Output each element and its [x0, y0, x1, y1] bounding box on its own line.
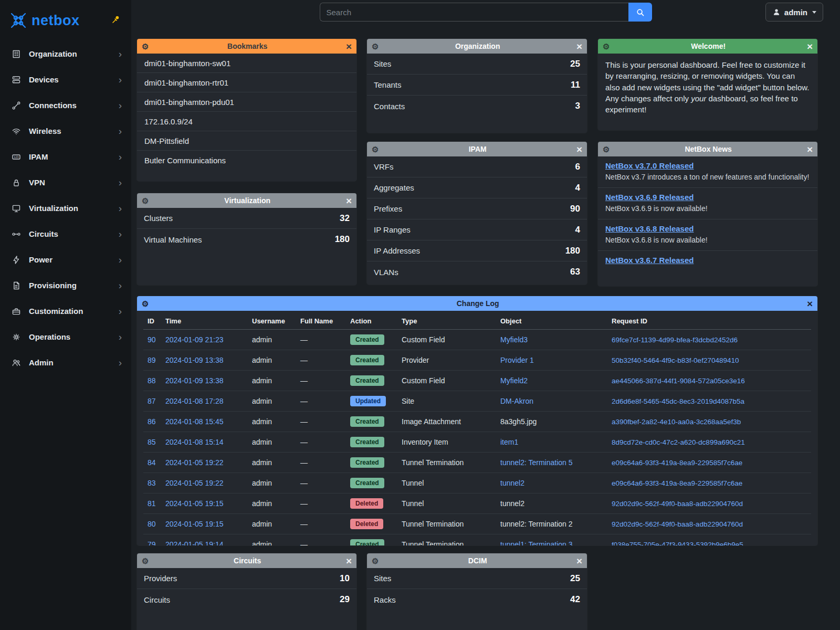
stat-count[interactable]: 180 [565, 246, 580, 256]
news-headline-link[interactable]: NetBox v3.6.8 Released [605, 224, 694, 233]
stat-count[interactable]: 6 [575, 162, 580, 172]
change-time-link[interactable]: 2024-01-08 15:45 [165, 417, 224, 426]
change-object-link[interactable]: item1 [500, 438, 518, 446]
request-id-link[interactable]: 2d6d6e8f-5465-45dc-8ec3-2019d4087b5a [612, 397, 744, 405]
change-id-link[interactable]: 86 [148, 417, 156, 426]
change-object-link[interactable]: tunnel2 [500, 479, 524, 487]
sidebar-item-virtualization[interactable]: Virtualization › [0, 195, 131, 221]
stat-count[interactable]: 90 [570, 204, 580, 214]
widget-config-icon[interactable]: ⚙ [142, 43, 149, 50]
change-time-link[interactable]: 2024-01-09 21:23 [165, 335, 224, 344]
widget-close-icon[interactable]: × [807, 41, 813, 51]
change-id-link[interactable]: 81 [148, 499, 156, 508]
request-id-link[interactable]: f038e755-705e-47f3-9433-5392b9e6b9e5 [612, 541, 743, 545]
bookmark-item[interactable]: dmi01-binghamton-sw01 [137, 54, 356, 73]
request-id-link[interactable]: e09c64a6-93f3-419a-8ea9-229585f7c6ae [612, 479, 742, 487]
change-object-link[interactable]: DM-Akron [500, 397, 533, 405]
change-object-link[interactable]: Provider 1 [500, 356, 534, 364]
sidebar-item-devices[interactable]: Devices › [0, 67, 131, 92]
change-time-link[interactable]: 2024-01-08 15:14 [165, 438, 224, 446]
bookmark-item[interactable]: dmi01-binghamton-rtr01 [137, 73, 356, 92]
stat-count[interactable]: 10 [340, 573, 350, 584]
widget-config-icon[interactable]: ⚙ [372, 145, 379, 153]
widget-close-icon[interactable]: × [576, 41, 582, 51]
change-id-link[interactable]: 89 [148, 356, 156, 364]
request-id-link[interactable]: 50b32f40-5464-4f9c-b83f-0ef270489410 [612, 356, 739, 364]
widget-close-icon[interactable]: × [346, 556, 352, 566]
widget-close-icon[interactable]: × [346, 41, 352, 51]
request-id-link[interactable]: 92d02d9c-562f-49f0-baa8-adb22904760d [612, 500, 743, 508]
change-id-link[interactable]: 80 [148, 520, 156, 528]
bookmark-item[interactable]: Butler Communications [137, 151, 356, 170]
stat-count[interactable]: 11 [571, 80, 580, 90]
change-time-link[interactable]: 2024-01-05 19:22 [165, 479, 224, 487]
stat-count[interactable]: 25 [570, 573, 580, 584]
change-id-link[interactable]: 90 [148, 335, 156, 344]
bookmark-item[interactable]: 172.16.0.9/24 [137, 112, 356, 131]
stat-count[interactable]: 63 [570, 267, 580, 277]
request-id-link[interactable]: a390fbef-2a82-4e10-aa0a-3c268aa5ef3b [612, 418, 741, 426]
stat-count[interactable]: 29 [340, 594, 350, 605]
change-time-link[interactable]: 2024-01-08 17:28 [165, 397, 224, 405]
request-id-link[interactable]: e09c64a6-93f3-419a-8ea9-229585f7c6ae [612, 459, 742, 467]
widget-config-icon[interactable]: ⚙ [142, 197, 149, 205]
user-menu-button[interactable]: admin [765, 3, 823, 22]
widget-close-icon[interactable]: × [576, 556, 582, 566]
widget-config-icon[interactable]: ⚙ [603, 43, 610, 50]
stat-count[interactable]: 180 [335, 234, 350, 245]
sidebar-item-operations[interactable]: Operations › [0, 324, 131, 350]
widget-config-icon[interactable]: ⚙ [142, 300, 149, 308]
stat-count[interactable]: 42 [570, 594, 580, 605]
change-id-link[interactable]: 79 [148, 540, 156, 545]
widget-close-icon[interactable]: × [346, 196, 352, 206]
request-id-link[interactable]: 69fce7cf-1139-4d99-bfea-f3dcbd2452d6 [612, 336, 738, 344]
stat-count[interactable]: 4 [575, 225, 580, 235]
widget-config-icon[interactable]: ⚙ [372, 557, 379, 565]
search-button[interactable] [628, 3, 652, 22]
stat-count[interactable]: 4 [575, 183, 580, 193]
sidebar-item-circuits[interactable]: Circuits › [0, 221, 131, 247]
sidebar-item-power[interactable]: Power › [0, 247, 131, 272]
change-object-link[interactable]: tunnel1: Termination 3 [500, 540, 573, 545]
change-time-link[interactable]: 2024-01-09 13:38 [165, 356, 224, 364]
sidebar-item-organization[interactable]: Organization › [0, 41, 131, 67]
change-time-link[interactable]: 2024-01-05 19:22 [165, 458, 224, 467]
request-id-link[interactable]: 8d9cd72e-cd0c-47c2-a620-dc899a690c21 [612, 438, 745, 446]
sidebar-item-connections[interactable]: Connections › [0, 92, 131, 118]
change-time-link[interactable]: 2024-01-05 19:15 [165, 520, 224, 528]
change-id-link[interactable]: 87 [148, 397, 156, 405]
widget-close-icon[interactable]: × [807, 299, 813, 309]
bookmark-item[interactable]: dmi01-binghamton-pdu01 [137, 92, 356, 112]
change-time-link[interactable]: 2024-01-05 19:14 [165, 540, 224, 545]
request-id-link[interactable]: 92d02d9c-562f-49f0-baa8-adb22904760d [612, 520, 743, 528]
widget-close-icon[interactable]: × [576, 144, 582, 154]
widget-config-icon[interactable]: ⚙ [603, 145, 610, 153]
stat-count[interactable]: 25 [570, 59, 580, 69]
news-headline-link[interactable]: NetBox v3.6.9 Released [605, 193, 694, 202]
change-id-link[interactable]: 88 [148, 376, 156, 385]
sidebar-item-admin[interactable]: Admin › [0, 350, 131, 375]
stat-count[interactable]: 32 [340, 213, 350, 224]
sidebar-item-wireless[interactable]: Wireless › [0, 118, 131, 144]
change-time-link[interactable]: 2024-01-05 19:15 [165, 499, 224, 508]
change-id-link[interactable]: 85 [148, 438, 156, 446]
news-headline-link[interactable]: NetBox v3.7.0 Released [605, 161, 694, 170]
widget-config-icon[interactable]: ⚙ [142, 557, 149, 565]
stat-count[interactable]: 3 [575, 101, 580, 111]
news-headline-link[interactable]: NetBox v3.6.7 Released [605, 256, 694, 265]
search-input[interactable] [320, 3, 628, 22]
change-time-link[interactable]: 2024-01-09 13:38 [165, 376, 224, 385]
netbox-logo[interactable]: netbox [9, 12, 80, 29]
sidebar-item-provisioning[interactable]: Provisioning › [0, 272, 131, 298]
request-id-link[interactable]: ae445066-387d-44f1-9084-572a05ce3e16 [612, 377, 745, 385]
change-object-link[interactable]: tunnel2: Termination 5 [500, 458, 573, 467]
change-id-link[interactable]: 84 [148, 458, 156, 467]
widget-config-icon[interactable]: ⚙ [372, 43, 379, 50]
widget-close-icon[interactable]: × [807, 144, 813, 154]
sidebar-item-customization[interactable]: Customization › [0, 298, 131, 324]
change-object-link[interactable]: Myfield2 [500, 376, 528, 385]
sidebar-item-ipam[interactable]: 123 IPAM › [0, 144, 131, 170]
pin-sidebar-icon[interactable] [111, 15, 121, 24]
change-object-link[interactable]: Myfield3 [500, 335, 528, 344]
bookmark-item[interactable]: DM-Pittsfield [137, 131, 356, 151]
